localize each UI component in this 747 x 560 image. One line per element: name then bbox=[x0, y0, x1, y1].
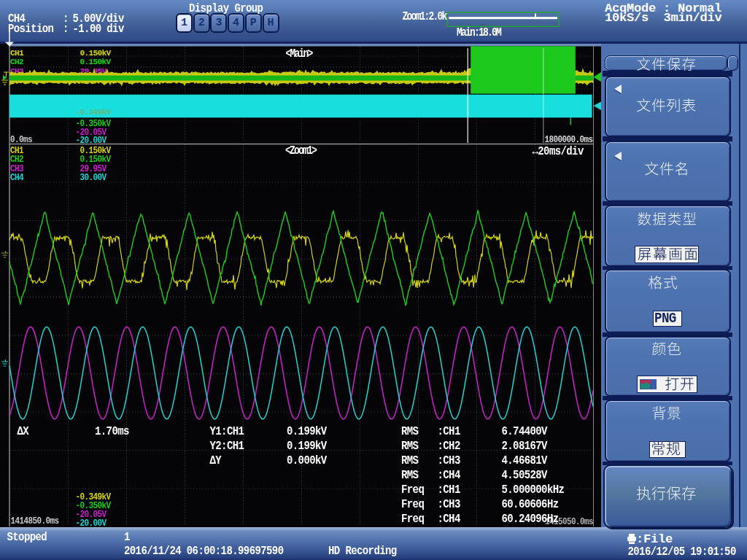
svg-text:-0.349kV: -0.349kV bbox=[76, 108, 112, 117]
svg-text:CH2: CH2 bbox=[10, 58, 23, 66]
svg-text:0.150kV: 0.150kV bbox=[80, 49, 112, 58]
svg-text:CH1: CH1 bbox=[10, 49, 24, 58]
svg-text:0.150kV: 0.150kV bbox=[80, 58, 112, 66]
